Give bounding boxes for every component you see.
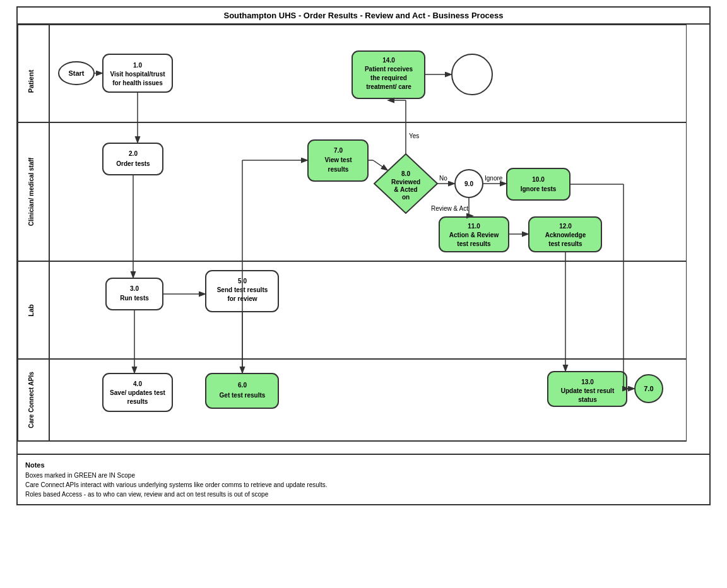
svg-text:Order tests: Order tests	[116, 160, 150, 167]
svg-text:Ignore tests: Ignore tests	[521, 185, 557, 192]
svg-text:Reviewed: Reviewed	[391, 179, 420, 185]
svg-text:4.0: 4.0	[133, 380, 142, 387]
svg-text:View test: View test	[324, 156, 352, 163]
svg-text:Patient receives: Patient receives	[365, 66, 413, 73]
svg-text:10.0: 10.0	[532, 176, 545, 183]
svg-text:status: status	[578, 396, 597, 403]
node-3	[106, 278, 163, 310]
lane-label-patient: Patient	[27, 69, 35, 93]
svg-text:test results: test results	[548, 240, 582, 247]
diagram-svg: Patient Clinician/ medical staff involve…	[18, 25, 687, 454]
svg-text:Save/ updates test: Save/ updates test	[110, 389, 165, 396]
svg-text:6.0: 6.0	[238, 382, 247, 389]
svg-text:& Acted: & Acted	[394, 186, 417, 193]
svg-text:8.0: 8.0	[401, 170, 410, 177]
yes-label: Yes	[409, 132, 419, 139]
ignore-label: Ignore	[485, 175, 503, 182]
node-6	[206, 373, 278, 408]
svg-text:Start: Start	[68, 69, 84, 77]
svg-text:Run tests: Run tests	[120, 295, 149, 302]
node-2	[103, 143, 163, 175]
notes-line-3: Roles based Access - as to who can view,…	[25, 490, 702, 499]
svg-text:treatment/ care: treatment/ care	[366, 83, 411, 90]
notes-line-1: Boxes marked in GREEN are IN Scope	[25, 471, 702, 480]
svg-text:2.0: 2.0	[129, 150, 138, 157]
notes-line-2: Care Connect APIs interact with various …	[25, 480, 702, 490]
svg-text:Acknowledge: Acknowledge	[545, 232, 586, 238]
no-label: No	[439, 175, 447, 182]
main-container: Southampton UHS - Order Results - Review…	[16, 6, 711, 505]
svg-text:results: results	[127, 398, 148, 405]
notes-title: Notes	[25, 460, 702, 471]
svg-text:test results: test results	[457, 240, 491, 247]
end-node	[452, 54, 492, 95]
svg-text:12.0: 12.0	[559, 223, 572, 230]
svg-text:Visit hospital/trust: Visit hospital/trust	[110, 71, 165, 78]
svg-text:9.0: 9.0	[464, 180, 473, 187]
svg-text:for health issues: for health issues	[112, 79, 163, 86]
lane-label-careconnect: Care Connect APIs	[28, 372, 35, 428]
node-10	[507, 168, 570, 200]
svg-text:11.0: 11.0	[468, 223, 480, 230]
svg-text:Get test results: Get test results	[220, 392, 266, 399]
svg-text:1.0: 1.0	[133, 62, 142, 69]
lane-label-clinician: Clinician/ medical staff	[28, 157, 35, 226]
svg-text:the required: the required	[370, 74, 407, 81]
notes-section: Notes Boxes marked in GREEN are IN Scope…	[18, 454, 709, 504]
svg-text:Action & Review: Action & Review	[449, 232, 499, 238]
lane-label-lab: Lab	[27, 304, 35, 317]
svg-text:on: on	[402, 194, 410, 201]
diagram-title: Southampton UHS - Order Results - Review…	[18, 8, 709, 25]
svg-text:results: results	[328, 166, 349, 173]
svg-text:13.0: 13.0	[581, 379, 594, 385]
svg-text:3.0: 3.0	[130, 285, 139, 292]
svg-line-57	[373, 160, 387, 170]
svg-text:7.0: 7.0	[334, 147, 343, 154]
svg-text:7.0: 7.0	[644, 385, 653, 392]
svg-text:14.0: 14.0	[382, 57, 395, 64]
diagram-area: Patient Clinician/ medical staff involve…	[18, 25, 709, 454]
svg-text:Update test result: Update test result	[561, 387, 615, 394]
review-act-label: Review & Act	[431, 205, 468, 212]
